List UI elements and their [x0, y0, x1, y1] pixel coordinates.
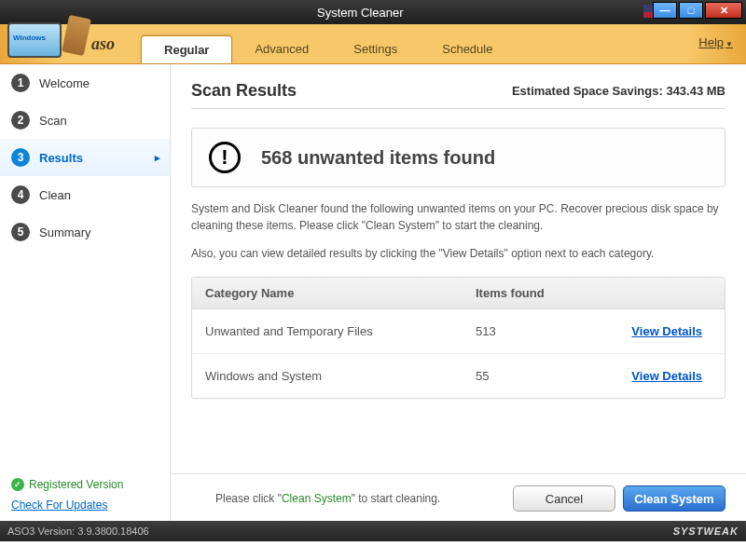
chevron-down-icon: ▼ — [725, 40, 733, 48]
close-button[interactable]: ✕ — [705, 2, 742, 19]
step-clean[interactable]: 4Clean — [0, 176, 170, 213]
step-label: Welcome — [39, 76, 90, 90]
content-header: Scan Results Estimated Space Savings: 34… — [191, 81, 725, 109]
col-actions — [615, 286, 711, 300]
content-footer: Please click "Clean System" to start cle… — [171, 473, 746, 512]
version-text: ASO3 Version: 3.9.3800.18406 — [7, 526, 149, 537]
step-number: 1 — [11, 74, 30, 92]
window-title: System Cleaner — [317, 6, 403, 20]
alert-box: ! 568 unwanted items found — [191, 128, 725, 187]
step-results[interactable]: 3Results — [0, 139, 170, 176]
logo-label: Windows — [13, 34, 46, 42]
description-1: System and Disk Cleaner found the follow… — [191, 200, 725, 234]
results-table: Category Name Items found Unwanted and T… — [191, 277, 725, 399]
maximize-button[interactable]: □ — [679, 2, 703, 19]
tab-schedule[interactable]: Schedule — [420, 35, 515, 63]
cell-category: Unwanted and Temporary Files — [205, 324, 476, 338]
step-number: 5 — [11, 223, 30, 241]
tab-regular[interactable]: Regular — [141, 35, 232, 63]
col-category: Category Name — [205, 286, 476, 300]
cell-count: 513 — [476, 324, 615, 338]
page-title: Scan Results — [191, 81, 297, 101]
sidebar-footer: ✓Registered Version Check For Updates — [0, 469, 170, 521]
top-nav: Windows aso Regular Advanced Settings Sc… — [0, 24, 746, 64]
logo-icon: Windows — [7, 22, 80, 67]
estimated-label: Estimated Space Savings: — [512, 84, 666, 98]
main-area: 1Welcome 2Scan 3Results 4Clean 5Summary … — [0, 64, 746, 521]
table-row: Unwanted and Temporary Files 513 View De… — [192, 309, 725, 354]
tab-settings[interactable]: Settings — [331, 35, 420, 63]
view-details-link[interactable]: View Details — [631, 324, 702, 338]
step-welcome[interactable]: 1Welcome — [0, 64, 170, 102]
col-items: Items found — [476, 286, 615, 300]
check-updates-link[interactable]: Check For Updates — [11, 499, 107, 512]
registered-badge: ✓Registered Version — [11, 478, 159, 491]
registered-label: Registered Version — [29, 478, 123, 491]
step-label: Scan — [39, 114, 67, 128]
view-details-link[interactable]: View Details — [631, 369, 702, 383]
brand-text: aso — [91, 34, 115, 54]
status-bar: ASO3 Version: 3.9.3800.18406 SYSTWEAK — [0, 521, 746, 541]
step-number: 2 — [11, 111, 30, 130]
step-label: Summary — [39, 225, 91, 239]
step-number: 3 — [11, 148, 30, 167]
tab-strip: Regular Advanced Settings Schedule — [141, 35, 515, 63]
step-label: Results — [39, 151, 83, 165]
tab-advanced[interactable]: Advanced — [232, 35, 331, 63]
alert-text: 568 unwanted items found — [261, 147, 495, 169]
step-scan[interactable]: 2Scan — [0, 102, 170, 139]
title-bar: System Cleaner ▼ — □ ✕ — [0, 0, 746, 24]
description-2: Also, you can view detailed results by c… — [191, 247, 725, 260]
step-list: 1Welcome 2Scan 3Results 4Clean 5Summary — [0, 64, 170, 469]
clean-system-button[interactable]: Clean System — [623, 485, 725, 512]
cell-count: 55 — [476, 369, 615, 383]
brand-footer: SYSTWEAK — [673, 526, 739, 537]
estimated-value: 343.43 MB — [666, 84, 725, 98]
step-label: Clean — [39, 188, 71, 202]
check-icon: ✓ — [11, 478, 24, 491]
help-label: Help — [698, 35, 724, 49]
help-link[interactable]: Help▼ — [698, 35, 733, 49]
sidebar: 1Welcome 2Scan 3Results 4Clean 5Summary … — [0, 64, 171, 521]
footer-message: Please click "Clean System" to start cle… — [191, 492, 505, 505]
step-number: 4 — [11, 185, 30, 204]
window-controls: — □ ✕ — [653, 2, 742, 19]
cancel-button[interactable]: Cancel — [513, 485, 615, 512]
warning-icon: ! — [209, 142, 241, 173]
table-header: Category Name Items found — [192, 278, 725, 309]
cell-category: Windows and System — [205, 369, 476, 383]
estimated-savings: Estimated Space Savings: 343.43 MB — [512, 84, 725, 98]
minimize-button[interactable]: — — [653, 2, 677, 19]
table-row: Windows and System 55 View Details — [192, 354, 725, 398]
step-summary[interactable]: 5Summary — [0, 213, 170, 251]
content-panel: Scan Results Estimated Space Savings: 34… — [171, 64, 746, 521]
